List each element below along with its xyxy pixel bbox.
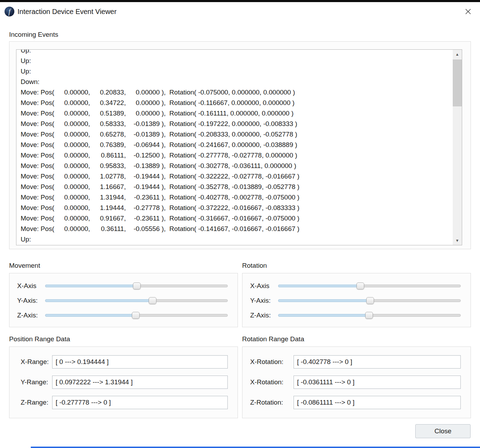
event-line: Up:	[21, 50, 453, 56]
close-window-button[interactable]	[462, 6, 474, 17]
event-line: Move: Pos(0.00000,1.02778,-0.19444 ), Ro…	[21, 171, 453, 182]
event-line: Move: Pos(0.00000,0.51389,0.00000 ), Rot…	[21, 108, 453, 119]
movement-y-row: Y-Axis:	[17, 293, 228, 308]
event-line: Move: Pos(0.00000,0.65278,-0.01389 ), Ro…	[21, 129, 453, 140]
event-line: Move: Pos(0.00000,1.19444,-0.27778 ), Ro…	[21, 203, 453, 213]
rotation-z-slider[interactable]	[278, 312, 461, 319]
movement-z-row: Z-Axis:	[17, 308, 228, 323]
event-line: Move: Pos(0.00000,0.95833,-0.13889 ), Ro…	[21, 161, 453, 171]
z-range-row: Z-Range: [ -0.277778 ---> 0 ]	[9, 396, 238, 409]
rotation-range-group: X-Rotation: [ -0.402778 ---> 0 ] X-Rotat…	[242, 346, 471, 418]
rotation-group: X-Axis Y-Axis: Z-Axis:	[242, 273, 471, 327]
slider-fill	[45, 314, 136, 317]
event-line: Move: Pos(0.00000,1.16667,-0.19444 ), Ro…	[21, 182, 453, 192]
event-line: Up:	[21, 66, 453, 77]
movement-y-slider[interactable]	[45, 297, 228, 304]
rotation-z-row: Z-Axis:	[250, 308, 461, 323]
event-line: Up:	[21, 234, 453, 245]
event-line: Move: Pos(0.00000,0.20833,0.00000 ), Rot…	[21, 87, 453, 98]
x-rotation-label: X-Rotation:	[250, 358, 294, 366]
movement-group: X-Axis Y-Axis: Z-Axis:	[9, 273, 238, 327]
section-label-position-range: Position Range Data	[9, 335, 70, 343]
slider-thumb[interactable]	[133, 282, 141, 289]
rotation-x-row: X-Axis	[250, 279, 461, 293]
z-rotation-row: Z-Rotation: [ -0.0861111 ---> 0 ]	[242, 396, 471, 409]
vertical-scrollbar[interactable]: ▲ ▼	[453, 50, 462, 245]
event-line: Move: Pos(0.00000,1.31944,-0.23611 ), Ro…	[21, 192, 453, 203]
movement-x-label: X-Axis	[17, 282, 45, 290]
position-range-group: X-Range: [ 0 ---> 0.194444 ] Y-Range: [ …	[9, 346, 238, 418]
movement-x-row: X-Axis	[17, 279, 228, 293]
screen-bottom-edge	[31, 447, 480, 448]
title-bar: f Interaction Device Event Viewer	[0, 2, 480, 21]
movement-z-slider[interactable]	[45, 312, 228, 319]
rotation-y-label: Y-Axis:	[250, 297, 278, 304]
section-label-movement: Movement	[9, 262, 40, 270]
event-log: Up:Up:Up:Down:Move: Pos(0.00000,0.20833,…	[16, 50, 453, 245]
scroll-down-button[interactable]: ▼	[453, 236, 462, 245]
slider-thumb[interactable]	[132, 312, 140, 319]
slider-fill	[45, 285, 137, 287]
slider-thumb[interactable]	[366, 297, 374, 304]
x-range-row: X-Range: [ 0 ---> 0.194444 ]	[9, 355, 238, 369]
section-label-incoming-events: Incoming Events	[9, 31, 58, 38]
slider-thumb[interactable]	[357, 282, 364, 289]
x-rotation-field[interactable]: [ -0.402778 ---> 0 ]	[294, 355, 461, 369]
y-range-row: Y-Range: [ 0.0972222 ---> 1.31944 ]	[9, 376, 238, 389]
x-range-label: X-Range:	[21, 358, 52, 366]
movement-z-label: Z-Axis:	[17, 312, 45, 319]
scroll-up-button[interactable]: ▲	[453, 50, 462, 59]
movement-x-slider[interactable]	[45, 282, 228, 290]
z-rotation-field[interactable]: [ -0.0861111 ---> 0 ]	[294, 396, 461, 409]
rotation-x-label: X-Axis	[250, 282, 278, 290]
x-rotation-field-2[interactable]: [ -0.0361111 ---> 0 ]	[294, 376, 461, 389]
rotation-x-slider[interactable]	[278, 282, 461, 290]
incoming-events-group: Up:Up:Up:Down:Move: Pos(0.00000,0.20833,…	[9, 41, 471, 249]
close-dialog-button[interactable]: Close	[415, 424, 471, 438]
event-line: Move: Pos(0.00000,0.91667,-0.23611 ), Ro…	[21, 213, 453, 224]
app-icon: f	[5, 7, 14, 16]
x-rotation-row: X-Rotation: [ -0.402778 ---> 0 ]	[242, 355, 471, 369]
x-range-field[interactable]: [ 0 ---> 0.194444 ]	[52, 355, 228, 369]
event-line: Down:	[21, 77, 453, 87]
event-line: Move: Pos(0.00000,0.34722,0.00000 ), Rot…	[21, 98, 453, 108]
slider-fill	[45, 299, 153, 302]
event-line: Move: Pos(0.00000,0.76389,-0.06944 ), Ro…	[21, 140, 453, 150]
slider-thumb[interactable]	[149, 297, 156, 304]
event-line: Move: Pos(0.00000,0.58333,-0.01389 ), Ro…	[21, 119, 453, 129]
x-rotation-row-2: X-Rotation: [ -0.0361111 ---> 0 ]	[242, 376, 471, 389]
slider-fill	[278, 299, 370, 302]
event-log-viewport: Up:Up:Up:Down:Move: Pos(0.00000,0.20833,…	[16, 50, 453, 245]
section-label-rotation: Rotation	[242, 262, 267, 270]
y-range-field[interactable]: [ 0.0972222 ---> 1.31944 ]	[52, 376, 228, 389]
section-label-rotation-range: Rotation Range Data	[242, 335, 304, 343]
close-icon	[465, 8, 471, 15]
slider-fill	[278, 314, 369, 317]
slider-fill	[278, 285, 360, 287]
movement-y-label: Y-Axis:	[17, 297, 45, 304]
event-log-box[interactable]: Up:Up:Up:Down:Move: Pos(0.00000,0.20833,…	[16, 49, 462, 245]
x-rotation-label-2: X-Rotation:	[250, 378, 294, 386]
z-range-field[interactable]: [ -0.277778 ---> 0 ]	[52, 396, 228, 409]
rotation-z-label: Z-Axis:	[250, 312, 278, 319]
event-line: Up:	[21, 56, 453, 66]
app-icon-glyph: f	[8, 8, 10, 15]
scrollbar-thumb[interactable]	[453, 59, 462, 106]
z-range-label: Z-Range:	[21, 399, 52, 406]
event-line: Move: Pos(0.00000,0.36111,-0.05556 ), Ro…	[21, 224, 453, 234]
slider-thumb[interactable]	[365, 312, 373, 319]
rotation-y-slider[interactable]	[278, 297, 461, 304]
z-rotation-label: Z-Rotation:	[250, 399, 294, 406]
event-line: Move: Pos(0.00000,0.86111,-0.12500 ), Ro…	[21, 150, 453, 161]
window-title: Interaction Device Event Viewer	[17, 8, 117, 16]
rotation-y-row: Y-Axis:	[250, 293, 461, 308]
y-range-label: Y-Range:	[21, 378, 52, 386]
